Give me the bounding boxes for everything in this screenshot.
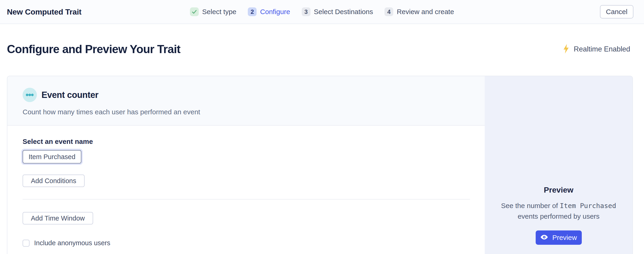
eye-icon <box>540 234 548 241</box>
preview-title: Preview <box>544 185 574 195</box>
divider <box>22 199 470 199</box>
topbar: New Computed Trait Select type 2 Configu… <box>0 0 644 24</box>
add-conditions-button[interactable]: Add Conditions <box>22 175 84 187</box>
page-heading-row: Configure and Preview Your Trait Realtim… <box>0 24 644 56</box>
preview-event-name: Item Purchased <box>560 202 616 210</box>
include-anonymous-label[interactable]: Include anonymous users <box>34 239 110 247</box>
cancel-button[interactable]: Cancel <box>600 5 634 19</box>
page-title: Configure and Preview Your Trait <box>7 43 180 56</box>
step-label: Configure <box>260 8 290 16</box>
trait-config-card: Event counter Count how many times each … <box>7 76 633 254</box>
lightning-bolt-icon <box>562 44 570 55</box>
wizard-stepper: Select type 2 Configure 3 Select Destina… <box>190 0 454 24</box>
step-configure[interactable]: 2 Configure <box>248 7 290 16</box>
step-select-destinations[interactable]: 3 Select Destinations <box>302 7 373 16</box>
realtime-status: Realtime Enabled <box>562 44 630 55</box>
realtime-label: Realtime Enabled <box>574 45 630 53</box>
step-number-badge: 4 <box>384 7 393 16</box>
step-label: Select Destinations <box>314 8 373 16</box>
step-label: Select type <box>202 8 236 16</box>
step-number-badge: 2 <box>248 7 257 16</box>
event-name-label: Select an event name <box>22 138 485 146</box>
event-name-select[interactable]: Item Purchased <box>22 150 81 164</box>
preview-button-label: Preview <box>552 234 577 241</box>
preview-button[interactable]: Preview <box>536 230 582 245</box>
preview-panel: Preview See the number of Item Purchased… <box>485 76 632 254</box>
window-title: New Computed Trait <box>7 7 81 16</box>
check-icon <box>190 7 199 16</box>
trait-type-header: Event counter Count how many times each … <box>8 76 485 125</box>
add-time-window-button[interactable]: Add Time Window <box>22 212 93 224</box>
step-label: Review and create <box>397 8 454 16</box>
step-number-badge: 3 <box>302 7 310 16</box>
preview-description: See the number of Item Purchased events … <box>496 200 621 222</box>
include-anonymous-checkbox[interactable] <box>22 240 30 247</box>
step-review-create[interactable]: 4 Review and create <box>384 7 454 16</box>
step-select-type[interactable]: Select type <box>190 7 236 16</box>
trait-type-title: Event counter <box>42 90 98 100</box>
preview-description-suffix: events performed by users <box>518 212 600 220</box>
preview-description-prefix: See the number of <box>501 202 560 209</box>
trait-config-main: Event counter Count how many times each … <box>8 76 485 254</box>
event-counter-icon <box>22 88 37 102</box>
trait-type-description: Count how many times each user has perfo… <box>22 108 485 116</box>
trait-config-body: Select an event name Item Purchased Add … <box>8 125 485 254</box>
